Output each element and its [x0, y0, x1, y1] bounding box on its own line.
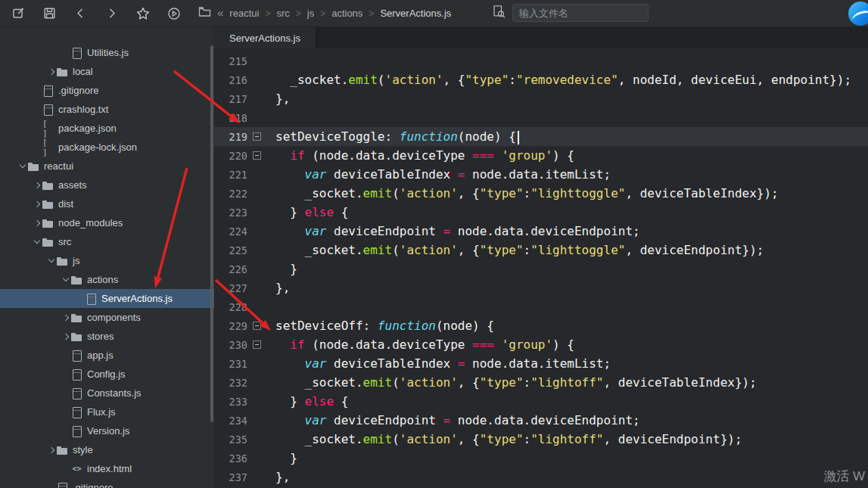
- tree-item-utilities-js[interactable]: Utilities.js: [0, 43, 214, 62]
- folder-icon: [57, 67, 68, 77]
- tab-serveractions[interactable]: ServerActions.js: [214, 27, 316, 48]
- tree-item-label: ServerActions.js: [101, 293, 173, 304]
- tree-item-flux-js[interactable]: Flux.js: [0, 403, 214, 421]
- line-number: 234: [214, 415, 252, 427]
- code-text: },: [262, 468, 290, 486]
- line-number: 236: [214, 452, 252, 465]
- chevron-right-icon[interactable]: [61, 312, 71, 323]
- tree-item--gitignore[interactable]: .gitignore: [0, 478, 214, 488]
- folder-tree-icon[interactable]: [198, 6, 211, 20]
- code-area[interactable]: 215216 _socket.emit('action', {"type":"r…: [214, 48, 868, 488]
- line-number: 218: [214, 112, 252, 124]
- fold-marker-icon[interactable]: [252, 127, 262, 146]
- chevron-spacer: [61, 407, 71, 418]
- forward-icon[interactable]: [96, 0, 127, 27]
- tree-item-label: Version.js: [87, 425, 129, 437]
- breadcrumb-item[interactable]: ServerActions.js: [380, 8, 451, 19]
- back-icon[interactable]: [65, 0, 96, 27]
- file-icon: [42, 104, 54, 115]
- breadcrumb-collapse-icon[interactable]: «: [217, 6, 223, 19]
- tree-item-actions[interactable]: actions: [0, 270, 214, 289]
- tree-item-js[interactable]: js: [0, 251, 214, 270]
- chevron-down-icon[interactable]: [46, 256, 57, 266]
- code-line-220: 220 if (node.data.deviceType === 'group'…: [214, 146, 868, 165]
- code-line-218: 218: [214, 108, 868, 127]
- chevron-down-icon[interactable]: [17, 161, 28, 172]
- tree-item-reactui[interactable]: reactui: [0, 157, 214, 176]
- chevron-right-icon[interactable]: [32, 180, 42, 191]
- line-number: 222: [214, 188, 252, 200]
- breadcrumb-item[interactable]: reactui: [229, 8, 259, 19]
- code-line-217: 217},: [214, 89, 868, 108]
- line-number: 226: [214, 263, 252, 275]
- chevron-spacer: [61, 48, 71, 58]
- breadcrumb-item[interactable]: src: [276, 8, 289, 19]
- chevron-spacer: [61, 350, 71, 361]
- line-number: 237: [214, 471, 252, 483]
- chevron-right-icon[interactable]: [32, 199, 42, 210]
- tree-item-label: Constants.js: [87, 387, 142, 399]
- fold-marker-icon[interactable]: [252, 146, 262, 165]
- chevron-down-icon[interactable]: [61, 275, 71, 285]
- tree-item-assets[interactable]: assets: [0, 176, 214, 194]
- tab-bar: ServerActions.js: [214, 27, 868, 48]
- line-number: 224: [214, 225, 252, 238]
- run-icon[interactable]: [158, 0, 189, 27]
- code-text: _socket.emit('action', {"type":"lightoff…: [262, 430, 742, 449]
- tree-item-style[interactable]: style: [0, 440, 214, 459]
- code-line-233: 233 } else {: [214, 392, 868, 411]
- tree-item-config-js[interactable]: Config.js: [0, 365, 214, 384]
- chevron-down-icon[interactable]: [32, 237, 42, 247]
- logo-icon[interactable]: [3, 0, 34, 27]
- tree-item-package-lock-json[interactable]: [ ]package-lock.json: [0, 138, 214, 157]
- save-icon[interactable]: [34, 0, 65, 27]
- fold-spacer: [252, 241, 262, 260]
- tree-item-package-json[interactable]: [ ]package.json: [0, 119, 214, 138]
- code-line-226: 226 }: [214, 260, 868, 278]
- fold-marker-icon[interactable]: [252, 316, 262, 335]
- tree-item-crashlog-txt[interactable]: crashlog.txt: [0, 100, 214, 119]
- code-text: },: [262, 89, 290, 108]
- folder-icon: [71, 331, 82, 342]
- text-caret: [518, 131, 519, 145]
- tree-item-app-js[interactable]: app.js: [0, 346, 214, 365]
- code-text: _socket.emit('action', {"type":"lightoff…: [262, 373, 757, 392]
- account-icon[interactable]: [848, 2, 868, 26]
- tree-item--gitignore[interactable]: .gitignore: [0, 81, 214, 100]
- tree-item-stores[interactable]: stores: [0, 327, 214, 346]
- chevron-right-icon[interactable]: [46, 67, 57, 77]
- search-input[interactable]: [512, 4, 649, 22]
- tree-item-serveractions-js[interactable]: ServerActions.js: [0, 289, 214, 308]
- fold-spacer: [252, 354, 262, 373]
- tree-item-version-js[interactable]: Version.js: [0, 421, 214, 440]
- tree-item-components[interactable]: components: [0, 308, 214, 327]
- breadcrumb-item[interactable]: js: [307, 8, 314, 19]
- file-icon: [71, 369, 82, 380]
- line-number: 233: [214, 396, 252, 408]
- tree-item-dist[interactable]: dist: [0, 194, 214, 213]
- tree-item-node-modules[interactable]: node_modules: [0, 213, 214, 232]
- code-text: } else {: [262, 203, 348, 222]
- code-line-234: 234 var deviceEndpoint = node.data.devic…: [214, 411, 868, 430]
- file-icon: [71, 48, 82, 58]
- ide-window: « reactui>src>js>actions>ServerActions.j…: [0, 0, 868, 488]
- folder-icon: [71, 275, 82, 285]
- chevron-right-icon[interactable]: [32, 218, 42, 228]
- chevron-right-icon[interactable]: [61, 331, 71, 342]
- fold-marker-icon[interactable]: [252, 335, 262, 354]
- breadcrumb-item[interactable]: actions: [331, 8, 362, 19]
- tree-item-index-html[interactable]: <>index.html: [0, 459, 214, 478]
- star-icon[interactable]: [127, 0, 158, 27]
- tree-item-local[interactable]: local: [0, 62, 214, 81]
- fold-spacer: [252, 51, 262, 70]
- chevron-right-icon[interactable]: [46, 445, 57, 455]
- tree-item-src[interactable]: src: [0, 232, 214, 251]
- toolbar: « reactui>src>js>actions>ServerActions.j…: [0, 0, 868, 27]
- sidebar-scrollbar[interactable]: [210, 45, 213, 422]
- fold-spacer: [252, 203, 262, 222]
- tree-item-label: index.html: [87, 463, 132, 474]
- tree-item-constants-js[interactable]: Constants.js: [0, 384, 214, 403]
- code-line-219: 219setDeviceToggle: function(node) {: [214, 127, 868, 146]
- line-number: 235: [214, 434, 252, 446]
- chevron-spacer: [61, 369, 71, 380]
